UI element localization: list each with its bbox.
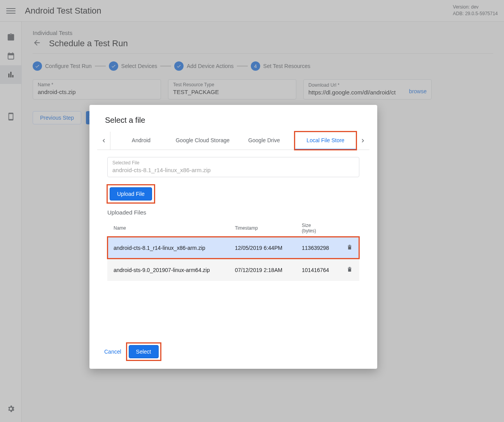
- chevron-left-icon: [100, 137, 107, 144]
- row-name: android-sts-9.0_201907-linux-arm64.zip: [107, 259, 229, 281]
- files-table: Name Timestamp Size (bytes) android-cts-…: [107, 220, 359, 281]
- select-button[interactable]: Select: [129, 345, 159, 358]
- tab-gdrive[interactable]: Google Drive: [233, 132, 295, 150]
- tab-local-file-store[interactable]: Local File Store: [295, 132, 356, 150]
- selected-file-label: Selected File: [112, 160, 354, 166]
- dialog-body: Selected File android-cts-8.1_r14-linux_…: [97, 157, 369, 281]
- dialog-actions: Cancel Select: [104, 343, 369, 360]
- select-file-dialog: Select a file Android Google Cloud Stora…: [89, 105, 377, 369]
- col-size: Size (bytes): [296, 220, 340, 237]
- selected-file-field[interactable]: Selected File android-cts-8.1_r14-linux_…: [107, 157, 359, 177]
- row-timestamp: 12/05/2019 6:44PM: [229, 237, 296, 259]
- tabs-scroll-left[interactable]: [97, 132, 110, 150]
- row-name: android-cts-8.1_r14-linux_x86-arm.zip: [107, 237, 229, 259]
- row-size: 113639298: [296, 237, 340, 259]
- tabs-row: Android Google Cloud Storage Google Driv…: [97, 132, 369, 150]
- table-row[interactable]: android-sts-9.0_201907-linux-arm64.zip 0…: [107, 259, 359, 281]
- col-name: Name: [107, 220, 229, 237]
- uploaded-files-heading: Uploaded Files: [107, 209, 359, 216]
- row-timestamp: 07/12/2019 2:18AM: [229, 259, 296, 281]
- tab-gcs[interactable]: Google Cloud Storage: [172, 132, 233, 150]
- selected-file-value: android-cts-8.1_r14-linux_x86-arm.zip: [112, 167, 354, 173]
- upload-file-highlight: Upload File: [107, 185, 154, 203]
- dialog-title: Select a file: [105, 116, 369, 125]
- table-row[interactable]: android-cts-8.1_r14-linux_x86-arm.zip 12…: [107, 237, 359, 259]
- delete-icon[interactable]: [346, 268, 353, 274]
- tab-android[interactable]: Android: [110, 132, 172, 150]
- chevron-right-icon: [359, 137, 366, 144]
- upload-file-button[interactable]: Upload File: [110, 187, 152, 201]
- cancel-button[interactable]: Cancel: [104, 349, 121, 355]
- col-timestamp: Timestamp: [229, 220, 296, 237]
- tabs-scroll-right[interactable]: [356, 132, 369, 150]
- select-button-highlight: Select: [127, 343, 161, 360]
- delete-icon[interactable]: [346, 246, 353, 252]
- row-size: 101416764: [296, 259, 340, 281]
